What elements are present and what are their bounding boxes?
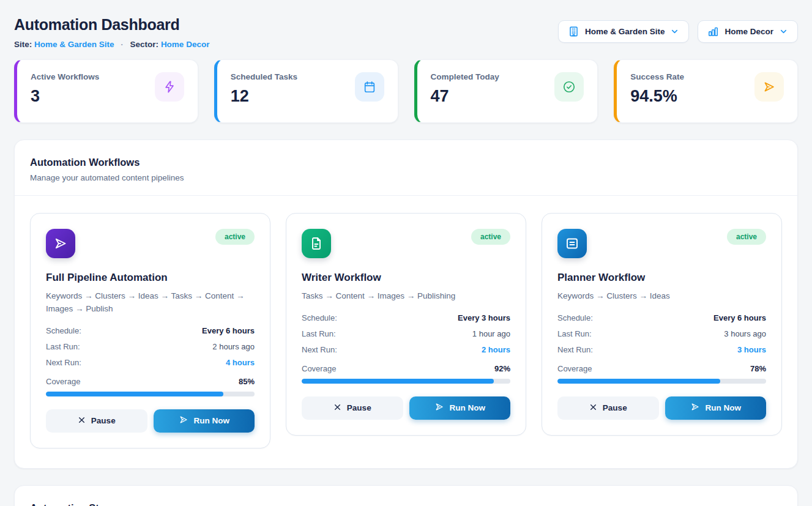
steps-panel-header: Automation Steps Configure which steps a…	[15, 486, 797, 506]
next-run-value: 4 hours	[226, 358, 255, 367]
send-icon	[754, 72, 784, 102]
workflow-card-planner: active Planner Workflow Keywords → Clust…	[542, 213, 782, 436]
stat-card-success-rate: Success Rate 94.5%	[614, 59, 798, 123]
last-run-row: Last Run: 2 hours ago	[46, 342, 255, 351]
automation-dashboard-page: Automation Dashboard Site: Home & Garden…	[0, 0, 812, 506]
workflow-title: Full Pipeline Automation	[46, 272, 255, 284]
workflow-card-full-pipeline: active Full Pipeline Automation Keywords…	[30, 213, 270, 448]
send-icon	[179, 415, 188, 426]
status-badge: active	[471, 229, 510, 245]
check-circle-icon	[554, 72, 584, 102]
calendar-icon	[355, 72, 384, 102]
coverage-progress-bar	[302, 379, 510, 384]
coverage-progress-fill	[46, 392, 223, 396]
workflow-description: Keywords → Clusters → Ideas → Tasks → Co…	[46, 290, 255, 316]
workflow-title: Writer Workflow	[302, 272, 510, 284]
schedule-row: Schedule: Every 6 hours	[557, 313, 766, 322]
page-title: Automation Dashboard	[14, 16, 209, 34]
sector-dropdown[interactable]: Home Decor	[698, 20, 798, 43]
stat-label: Active Workflows	[31, 72, 99, 81]
next-run-row: Next Run: 3 hours	[557, 345, 766, 354]
page-header: Automation Dashboard Site: Home & Garden…	[14, 16, 798, 49]
schedule-value: Every 3 hours	[458, 313, 510, 322]
stat-label: Success Rate	[630, 72, 684, 81]
x-icon	[78, 416, 86, 426]
stat-value: 47	[431, 87, 499, 106]
sector-link[interactable]: Home Decor	[161, 40, 210, 49]
stat-label: Completed Today	[431, 72, 499, 81]
coverage-block: Coverage 92%	[302, 364, 510, 384]
coverage-block: Coverage 78%	[557, 364, 766, 384]
workflows-subtitle: Manage your automated content pipelines	[30, 173, 782, 182]
workflow-cards-grid: active Full Pipeline Automation Keywords…	[30, 213, 782, 448]
stat-value: 94.5%	[630, 87, 684, 106]
pause-button[interactable]: Pause	[557, 396, 659, 420]
steps-panel: Automation Steps Configure which steps a…	[14, 485, 798, 506]
site-label: Site:	[14, 40, 32, 49]
page-header-text: Automation Dashboard Site: Home & Garden…	[14, 16, 209, 49]
workflow-description: Tasks → Content → Images → Publishing	[302, 290, 510, 303]
x-icon	[333, 403, 341, 413]
coverage-block: Coverage 85%	[46, 377, 255, 396]
workflow-description: Keywords → Clusters → Ideas	[557, 290, 766, 303]
send-icon	[434, 402, 444, 414]
coverage-value: 92%	[494, 364, 510, 373]
x-icon	[589, 403, 597, 413]
workflows-title: Automation Workflows	[30, 157, 782, 168]
list-icon	[557, 229, 587, 258]
chevron-down-icon	[670, 27, 679, 36]
last-run-value: 2 hours ago	[212, 342, 255, 351]
stats-row: Active Workflows 3 Scheduled Tasks 12	[14, 59, 798, 123]
schedule-row: Schedule: Every 6 hours	[46, 326, 255, 335]
next-run-value: 3 hours	[737, 345, 766, 354]
coverage-progress-fill	[302, 379, 494, 384]
next-run-value: 2 hours	[482, 345, 510, 354]
stat-value: 3	[31, 87, 99, 106]
workflow-card-writer: active Writer Workflow Tasks → Content →…	[286, 213, 526, 436]
workflow-title: Planner Workflow	[557, 272, 766, 284]
last-run-row: Last Run: 1 hour ago	[302, 329, 510, 338]
last-run-value: 3 hours ago	[724, 329, 766, 338]
workflows-panel-body: active Full Pipeline Automation Keywords…	[15, 196, 797, 468]
coverage-progress-bar	[557, 379, 766, 384]
stat-value: 12	[231, 87, 297, 106]
stat-card-active-workflows: Active Workflows 3	[14, 59, 198, 123]
schedule-value: Every 6 hours	[202, 326, 255, 335]
site-dropdown[interactable]: Home & Garden Site	[558, 20, 690, 43]
document-icon	[302, 229, 331, 258]
breadcrumb: Site: Home & Garden Site · Sector: Home …	[14, 40, 209, 49]
send-icon	[46, 229, 75, 258]
steps-title: Automation Steps	[30, 502, 782, 506]
sector-dropdown-label: Home Decor	[724, 27, 773, 36]
send-icon	[690, 402, 700, 414]
sector-label: Sector:	[130, 40, 159, 49]
header-dropdowns: Home & Garden Site Home Decor	[558, 20, 798, 43]
workflows-panel: Automation Workflows Manage your automat…	[14, 140, 798, 469]
site-dropdown-label: Home & Garden Site	[585, 27, 665, 36]
run-now-button[interactable]: Run Now	[665, 396, 767, 420]
run-now-button[interactable]: Run Now	[409, 396, 511, 420]
workflows-panel-header: Automation Workflows Manage your automat…	[15, 140, 797, 195]
chevron-down-icon	[779, 27, 788, 36]
next-run-row: Next Run: 2 hours	[302, 345, 510, 354]
building-icon	[568, 26, 579, 37]
last-run-value: 1 hour ago	[472, 329, 510, 338]
status-badge: active	[727, 229, 766, 245]
stat-card-scheduled-tasks: Scheduled Tasks 12	[214, 59, 398, 123]
coverage-value: 78%	[750, 364, 766, 373]
coverage-progress-bar	[46, 392, 255, 396]
next-run-row: Next Run: 4 hours	[46, 358, 255, 367]
pause-button[interactable]: Pause	[302, 396, 403, 420]
last-run-row: Last Run: 3 hours ago	[557, 329, 766, 338]
pause-button[interactable]: Pause	[46, 409, 147, 433]
coverage-value: 85%	[239, 377, 255, 386]
breadcrumb-separator: ·	[121, 40, 124, 49]
status-badge: active	[215, 229, 255, 245]
schedule-row: Schedule: Every 3 hours	[302, 313, 510, 322]
run-now-button[interactable]: Run Now	[154, 409, 255, 433]
stat-card-completed-today: Completed Today 47	[414, 59, 598, 123]
site-link[interactable]: Home & Garden Site	[34, 40, 114, 49]
coverage-progress-fill	[557, 379, 720, 384]
lightning-icon	[155, 72, 184, 102]
schedule-value: Every 6 hours	[713, 313, 766, 322]
